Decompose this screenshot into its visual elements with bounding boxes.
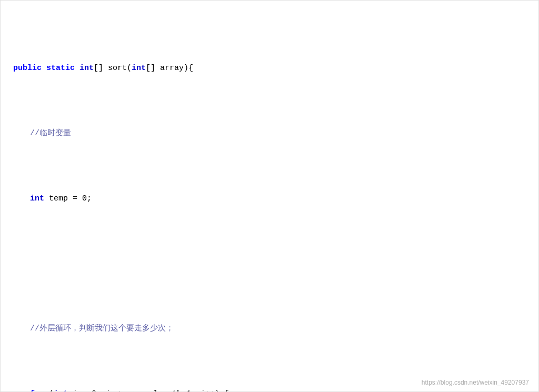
code-line-6: for (int i = 0; i < array.length-1; i++)… <box>13 388 526 392</box>
code-block: public static int[] sort(int[] array){ /… <box>13 10 526 392</box>
code-line-1: public static int[] sort(int[] array){ <box>13 62 526 75</box>
code-container: public static int[] sort(int[] array){ /… <box>0 0 539 392</box>
watermark: https://blog.csdn.net/weixin_49207937 <box>422 379 529 386</box>
code-line-4 <box>13 257 526 270</box>
code-line-3: int temp = 0; <box>13 193 526 206</box>
code-line-2: //临时变量 <box>13 127 526 140</box>
code-line-5: //外层循环，判断我们这个要走多少次； <box>13 323 526 336</box>
